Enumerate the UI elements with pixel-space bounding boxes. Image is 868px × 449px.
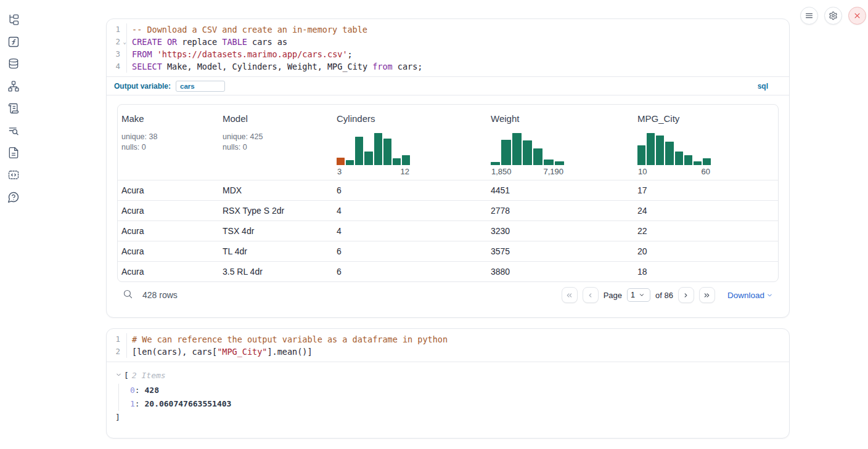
code-line[interactable]: 4SELECT Make, Model, Cylinders, Weight, … — [107, 60, 789, 73]
token — [162, 37, 167, 47]
histogram-axis-labels: 312 — [337, 167, 410, 176]
output-variable-label: Output variable: — [114, 82, 171, 91]
histogram-bar[interactable] — [703, 158, 711, 165]
code-line[interactable]: 1-- Download a CSV and create an in-memo… — [107, 23, 789, 36]
histogram-bar[interactable] — [491, 162, 500, 165]
collapse-chevron-icon[interactable] — [115, 370, 124, 381]
histogram-bar[interactable] — [364, 152, 372, 165]
row-count: 428 rows — [142, 290, 178, 300]
token: SELECT — [132, 62, 162, 71]
table-row[interactable]: AcuraTSX 4dr4323022 — [118, 220, 778, 241]
histogram-bar[interactable] — [544, 160, 553, 165]
stat-line: unique: 425 — [223, 132, 330, 142]
histogram-bar[interactable] — [694, 161, 702, 165]
code-line[interactable]: 3FROM 'https://datasets.marimo.app/cars.… — [107, 48, 789, 60]
chevrons-left-icon — [565, 291, 573, 299]
help-icon[interactable] — [7, 190, 20, 203]
output-tree: [ 2 Items 0: 4281: 20.060747663551403 ] — [107, 362, 789, 431]
code-line[interactable]: 2⌄CREATE OR replace TABLE cars as — [107, 36, 789, 48]
token: ].mean()] — [267, 347, 312, 357]
table-row[interactable]: AcuraMDX6445117 — [118, 180, 778, 200]
next-page-button[interactable] — [678, 287, 694, 303]
token: cars; — [393, 62, 423, 71]
sidebar — [0, 0, 27, 449]
shutdown-button[interactable] — [848, 7, 866, 25]
table-row[interactable]: Acura3.5 RL 4dr6388018 — [118, 261, 778, 281]
histogram-bar[interactable] — [355, 137, 363, 165]
column-header[interactable]: Weight1,8507,190 — [487, 105, 634, 180]
token: 'https://datasets.marimo.app/cars.csv' — [157, 49, 348, 59]
document-icon[interactable] — [7, 146, 20, 159]
last-page-button[interactable] — [699, 287, 715, 303]
histogram-bar[interactable] — [512, 133, 522, 165]
logs-search-icon[interactable] — [7, 124, 20, 137]
function-icon[interactable] — [7, 35, 20, 48]
column-stats: unique: 425nulls: 0 — [223, 132, 330, 152]
axis-max-label: 60 — [702, 167, 710, 176]
chevron-left-icon — [586, 291, 594, 299]
output-variable-input[interactable] — [176, 81, 225, 92]
column-header[interactable]: Cylinders312 — [333, 105, 487, 180]
chevron-right-icon — [682, 291, 690, 299]
download-button[interactable]: Download — [727, 291, 773, 300]
language-badge: sql — [758, 82, 768, 91]
first-page-button[interactable] — [562, 287, 578, 303]
python-code-editor[interactable]: 1# We can reference the output variable … — [107, 329, 789, 362]
sitemap-icon[interactable] — [7, 79, 20, 92]
histogram-bar[interactable] — [665, 142, 673, 165]
table-cell: TL 4dr — [219, 246, 333, 256]
histogram-bar[interactable] — [501, 140, 510, 165]
search-icon[interactable] — [123, 289, 133, 302]
column-title: Make — [121, 113, 216, 124]
fold-chevron-icon[interactable]: ⌄ — [123, 36, 126, 48]
histogram-bar[interactable] — [675, 152, 683, 165]
histogram-bar[interactable] — [393, 158, 401, 165]
histogram-bar[interactable] — [374, 133, 382, 165]
token — [152, 49, 157, 59]
close-icon — [853, 11, 862, 20]
column-header[interactable]: Makeunique: 38nulls: 0 — [118, 105, 219, 180]
scroll-icon[interactable] — [7, 102, 20, 115]
previous-page-button[interactable] — [583, 287, 599, 303]
histogram-bar[interactable] — [555, 161, 564, 165]
database-icon[interactable] — [7, 57, 20, 70]
table-row[interactable]: AcuraRSX Type S 2dr4277824 — [118, 200, 778, 220]
token: # We can reference the output variable a… — [132, 334, 448, 344]
table-row[interactable]: AcuraTL 4dr6357520 — [118, 241, 778, 261]
token: [len(cars), cars[ — [132, 347, 217, 357]
histogram-bar[interactable] — [647, 133, 655, 165]
table-cell: 3230 — [487, 226, 634, 236]
histogram-bar[interactable] — [402, 155, 410, 165]
table-cell: Acura — [118, 246, 219, 256]
line-number: 1 — [107, 333, 127, 346]
code-line[interactable]: 2[len(cars), cars["MPG_City"].mean()] — [107, 346, 789, 358]
table-cell: 4451 — [487, 185, 634, 195]
column-header[interactable]: Modelunique: 425nulls: 0 — [219, 105, 333, 180]
histogram-bar[interactable] — [337, 158, 345, 165]
settings-button[interactable] — [824, 7, 842, 25]
histogram-bar[interactable] — [637, 145, 645, 165]
histogram-bar[interactable] — [523, 140, 532, 165]
column-header[interactable]: MPG_City1060 — [634, 105, 778, 180]
chevrons-right-icon — [703, 291, 711, 299]
table-cell: 22 — [634, 226, 778, 236]
tree-entry-key: 1 — [130, 399, 135, 408]
data-table: Makeunique: 38nulls: 0Modelunique: 425nu… — [117, 104, 779, 282]
code-text: FROM 'https://datasets.marimo.app/cars.c… — [127, 48, 353, 60]
histogram-bar[interactable] — [383, 139, 391, 165]
code-line[interactable]: 1# We can reference the output variable … — [107, 333, 789, 346]
sql-code-editor[interactable]: 1-- Download a CSV and create an in-memo… — [107, 19, 789, 76]
histogram-bar[interactable] — [656, 136, 664, 165]
table-cell: 20 — [634, 246, 778, 256]
chevron-down-icon — [766, 292, 773, 299]
file-tree-icon[interactable] — [7, 13, 20, 26]
menu-button[interactable] — [800, 7, 818, 25]
snippets-icon[interactable] — [7, 168, 20, 181]
histogram-bar[interactable] — [684, 155, 692, 165]
column-histogram: 1060 — [637, 133, 711, 176]
axis-max-label: 7,190 — [543, 167, 563, 176]
histogram-bar[interactable] — [533, 148, 542, 165]
page-select[interactable]: 1 — [627, 288, 650, 302]
histogram-bar[interactable] — [346, 160, 354, 165]
token: FROM — [132, 49, 152, 59]
